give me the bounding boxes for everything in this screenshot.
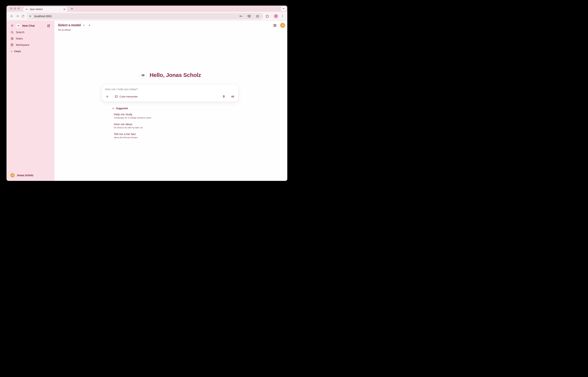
back-button[interactable] — [9, 13, 14, 19]
urlbar-action-icons — [238, 14, 262, 19]
sidebar-item-label: Workspace — [16, 43, 29, 46]
site-info-icon[interactable] — [28, 14, 33, 19]
lightning-bolt-icon — [112, 107, 114, 110]
forward-button[interactable] — [14, 13, 20, 19]
elephant-icon — [275, 15, 277, 18]
attach-plus-icon[interactable] — [105, 94, 110, 99]
browser-window: OI Open WebUI localhost:3001 — [7, 6, 287, 181]
tab-favicon: OI — [25, 8, 28, 11]
window-controls — [10, 7, 20, 10]
window-zoom-button[interactable] — [18, 7, 20, 10]
chats-label: Chats — [14, 50, 21, 53]
suggestion-subtitle: about the Roman Empire — [114, 136, 239, 139]
browser-tab[interactable]: OI Open WebUI — [23, 7, 67, 12]
chevron-down-icon — [11, 50, 13, 53]
model-selector[interactable]: Select a model — [58, 23, 81, 27]
sidebar-item-label: Search — [16, 31, 24, 34]
workspace-grid-icon — [11, 43, 14, 47]
extensions-puzzle-icon[interactable] — [265, 14, 270, 19]
header-user-avatar[interactable]: JS — [280, 23, 285, 28]
browser-menu-kebab-icon[interactable] — [280, 14, 285, 19]
suggested-label: Suggested — [116, 107, 128, 110]
set-as-default-button[interactable]: Set as default — [58, 29, 70, 31]
tab-search-chevron-button[interactable] — [281, 6, 286, 11]
suggestion-item[interactable]: Help me study vocabulary for a college e… — [112, 113, 239, 119]
window-minimize-button[interactable] — [14, 7, 16, 10]
user-name: Jonas Scholz — [17, 174, 33, 177]
bookmark-star-icon[interactable] — [255, 14, 260, 19]
passwords-key-icon[interactable] — [238, 14, 243, 19]
code-interpreter-label: Code Interpreter — [120, 95, 138, 98]
notes-icon — [11, 37, 14, 40]
sidebar-item-workspace[interactable]: Workspace — [9, 42, 52, 48]
address-bar[interactable]: localhost:3001 — [27, 13, 263, 19]
app-logo-large: OI — [139, 71, 147, 79]
suggestion-title: Help me study — [114, 113, 239, 116]
sidebar-item-notes[interactable]: Notes — [9, 35, 52, 42]
suggestion-item[interactable]: Tell me a fun fact about the Roman Empir… — [112, 132, 239, 139]
page-content: OI New Chat Search Notes Workspace — [7, 21, 287, 181]
add-model-plus-icon[interactable] — [88, 24, 91, 27]
suggestion-item[interactable]: Give me ideas for what to do with my kid… — [112, 123, 239, 129]
input-divider — [112, 95, 112, 98]
sidebar: OI New Chat Search Notes Workspace — [7, 21, 55, 181]
suggestion-title: Give me ideas — [114, 123, 239, 126]
window-close-button[interactable] — [10, 7, 12, 10]
url-text[interactable]: localhost:3001 — [34, 15, 236, 18]
user-avatar: JS — [11, 173, 14, 177]
main-panel: Select a model Set as default JS OI Hell… — [55, 21, 287, 181]
search-icon — [11, 31, 14, 34]
reload-button[interactable] — [20, 13, 26, 19]
tab-title: Open WebUI — [30, 8, 62, 11]
greeting: OI Hello, Jonas Scholz — [102, 71, 239, 79]
new-chat-edit-icon[interactable] — [46, 24, 51, 28]
sidebar-chats-section[interactable]: Chats — [9, 48, 52, 54]
browser-profile-avatar[interactable] — [274, 14, 278, 18]
tab-close-icon[interactable] — [64, 8, 65, 10]
model-chevron-down-icon[interactable] — [82, 24, 85, 27]
voice-mode-waveform-icon[interactable] — [230, 94, 235, 99]
suggestion-title: Tell me a fun fact — [114, 132, 239, 136]
sidebar-toggle-icon[interactable] — [11, 24, 14, 28]
terminal-icon — [115, 95, 118, 98]
chat-input-card: Code Interpreter — [102, 84, 239, 102]
code-interpreter-toggle[interactable]: Code Interpreter — [115, 95, 138, 98]
greeting-text: Hello, Jonas Scholz — [150, 72, 201, 78]
microphone-icon[interactable] — [221, 94, 226, 99]
new-tab-button[interactable] — [70, 7, 73, 10]
browser-toolbar: localhost:3001 — [7, 12, 287, 21]
install-app-icon[interactable] — [246, 14, 252, 19]
tab-strip: OI Open WebUI — [7, 6, 287, 12]
chat-input[interactable] — [105, 88, 235, 91]
sidebar-item-label: Notes — [16, 37, 23, 40]
suggestion-subtitle: for what to do with my kids' art — [114, 127, 239, 129]
new-chat-label[interactable]: New Chat — [22, 24, 45, 27]
suggested-section: Suggested Help me study vocabulary for a… — [102, 107, 239, 139]
toolbar-separator — [272, 14, 272, 18]
sidebar-user-menu[interactable]: JS Jonas Scholz — [9, 172, 52, 179]
sidebar-item-search[interactable]: Search — [9, 29, 52, 35]
app-logo: OI — [16, 24, 21, 28]
suggestion-subtitle: vocabulary for a college entrance exam — [114, 117, 239, 119]
toolbar-right-group — [265, 14, 285, 19]
controls-sliders-icon[interactable] — [272, 23, 277, 28]
